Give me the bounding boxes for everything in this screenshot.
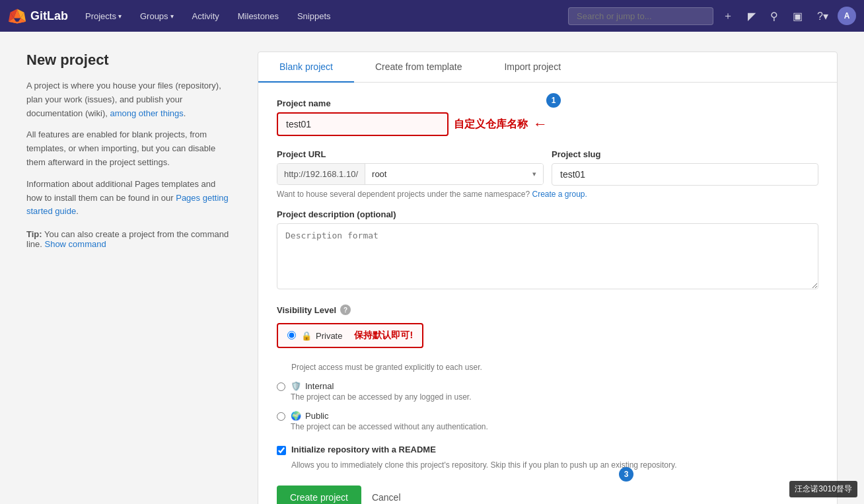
sidebar-features: All features are enabled for blank proje… xyxy=(26,128,231,169)
shield-icon: 🛡️ xyxy=(291,381,301,391)
btn-row: 3 Create project Cancel xyxy=(277,486,818,504)
checkbox-readme-row: Initialize repository with a README xyxy=(277,445,818,455)
public-desc: The project can be accessed without any … xyxy=(291,422,818,431)
project-slug-input[interactable] xyxy=(552,163,818,186)
lock-icon: 🔒 xyxy=(301,331,312,341)
right-panel: Blank project Create from template Impor… xyxy=(258,52,838,504)
url-prefix: http://192.168.1.10/ xyxy=(277,164,365,184)
annotation-3: 3 xyxy=(619,467,633,482)
init-readme-label: Initialize repository with a README xyxy=(291,445,436,454)
gitlab-logo-icon xyxy=(8,7,26,25)
init-readme-desc: Allows you to immediately clone this pro… xyxy=(291,460,818,470)
search-input[interactable] xyxy=(568,7,713,25)
init-readme-checkbox[interactable] xyxy=(277,446,286,455)
annotation-1: 1 xyxy=(546,93,561,108)
merge-requests-icon[interactable]: ⚲ xyxy=(765,6,783,26)
radio-private: 🔒 Private 保持默认即可! xyxy=(287,330,413,342)
main-container: New project A project is where you house… xyxy=(0,32,864,504)
navbar: GitLab Projects ▾ Groups ▾ Activity Mile… xyxy=(0,0,864,32)
tip-text: Tip: You can also create a project from … xyxy=(26,229,231,249)
visibility-group: Visibility Level ? 🔒 Private 保持默认即可! xyxy=(277,305,818,431)
description-label: Project description (optional) xyxy=(277,209,818,219)
radio-public: 🌍 Public The project can be accessed wit… xyxy=(277,411,818,431)
globe-icon: 🌍 xyxy=(291,411,301,421)
left-panel: New project A project is where you house… xyxy=(26,52,231,504)
visibility-label: Visibility Level ? xyxy=(277,305,818,315)
project-name-annotation: 自定义仓库名称 xyxy=(454,118,528,131)
radio-internal-input[interactable] xyxy=(277,382,285,391)
nav-activity[interactable]: Activity xyxy=(186,7,226,25)
private-desc: Project access must be granted explicitl… xyxy=(291,363,818,372)
arrow-icon-1: ← xyxy=(533,116,548,133)
description-group: Project description (optional) xyxy=(277,209,818,291)
cancel-button[interactable]: Cancel xyxy=(369,486,404,504)
project-url-group: Project URL http://192.168.1.10/ root ▾ xyxy=(277,149,544,185)
sidebar-intro: A project is where you house your files … xyxy=(26,79,231,120)
description-textarea[interactable] xyxy=(277,223,818,289)
radio-private-input[interactable] xyxy=(287,331,296,340)
private-annotation: 保持默认即可! xyxy=(354,330,413,342)
annotation-2: 2 xyxy=(258,412,258,426)
create-group-link[interactable]: Create a group. xyxy=(532,190,587,199)
sidebar-pages: Information about additional Pages templ… xyxy=(26,178,231,219)
watermark: 汪念诺3010督导 xyxy=(789,481,857,497)
url-row: Project URL http://192.168.1.10/ root ▾ … xyxy=(277,149,818,186)
project-name-row: 自定义仓库名称 ← xyxy=(277,112,818,136)
project-name-input[interactable] xyxy=(277,112,449,136)
svg-marker-7 xyxy=(9,22,26,24)
project-slug-group: Project slug xyxy=(552,149,818,186)
chevron-down-icon: ▾ xyxy=(118,13,122,20)
nav-projects[interactable]: Projects ▾ xyxy=(79,7,128,25)
tabs: Blank project Create from template Impor… xyxy=(258,52,837,83)
among-other-things-link[interactable]: among other things xyxy=(110,108,183,118)
tab-create-from-template[interactable]: Create from template xyxy=(354,52,484,83)
tab-import-project[interactable]: Import project xyxy=(483,52,582,83)
avatar[interactable]: A xyxy=(838,7,856,25)
radio-internal: 🛡️ Internal The project can be accessed … xyxy=(277,381,818,402)
chevron-down-icon: ▾ xyxy=(526,164,543,184)
nav-milestones[interactable]: Milestones xyxy=(231,7,285,25)
add-icon[interactable]: ＋ xyxy=(717,5,738,27)
nav-snippets[interactable]: Snippets xyxy=(291,7,338,25)
page-title: New project xyxy=(26,52,231,69)
nav-groups[interactable]: Groups ▾ xyxy=(133,7,180,25)
issues-icon[interactable]: ◤ xyxy=(742,6,761,26)
chevron-down-icon: ▾ xyxy=(170,13,174,20)
create-project-button[interactable]: Create project xyxy=(277,486,361,504)
radio-public-input[interactable] xyxy=(277,412,285,421)
project-url-label: Project URL xyxy=(277,149,544,159)
form-body: Project name 自定义仓库名称 ← 1 Project URL htt… xyxy=(258,83,837,504)
namespace-select[interactable]: root xyxy=(365,164,526,184)
brand-logo[interactable]: GitLab xyxy=(8,7,68,25)
help-icon[interactable]: ? xyxy=(340,305,351,315)
navbar-right: ＋ ◤ ⚲ ▣ ?▾ A xyxy=(568,5,856,27)
todos-icon[interactable]: ▣ xyxy=(787,6,808,26)
help-icon[interactable]: ?▾ xyxy=(812,6,834,26)
project-name-group: Project name 自定义仓库名称 ← 1 xyxy=(277,98,818,136)
brand-name: GitLab xyxy=(30,9,68,23)
visibility-private-box: 🔒 Private 保持默认即可! xyxy=(277,323,423,348)
internal-desc: The project can be accessed by any logge… xyxy=(291,392,818,402)
show-command-link[interactable]: Show command xyxy=(44,239,106,249)
project-slug-label: Project slug xyxy=(552,149,818,159)
init-readme-group: 2 Initialize repository with a README Al… xyxy=(277,445,818,470)
tab-blank-project[interactable]: Blank project xyxy=(258,52,354,83)
namespace-help-text: Want to house several dependent projects… xyxy=(277,190,818,199)
url-input-group: http://192.168.1.10/ root ▾ xyxy=(277,163,544,185)
